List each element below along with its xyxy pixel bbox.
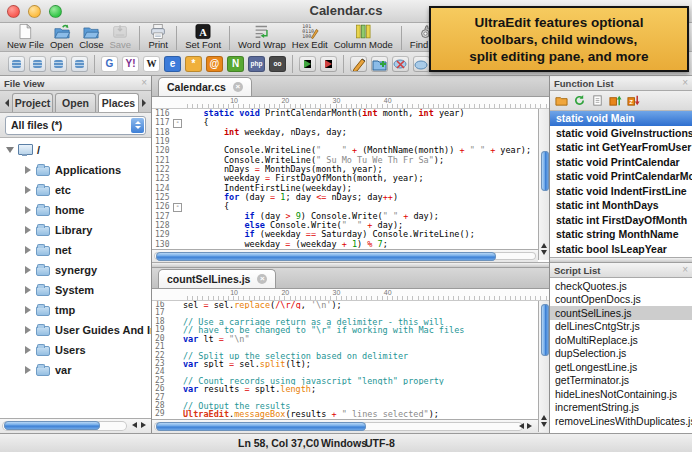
scrollbar-thumb[interactable] <box>541 151 549 191</box>
script-list-item[interactable]: incrementString.js <box>550 401 692 415</box>
script-list-item[interactable]: removeLinesWithDuplicates.js <box>550 414 692 428</box>
tree-item[interactable]: net <box>0 240 151 260</box>
copy-icon[interactable] <box>589 93 605 108</box>
script-list-item[interactable]: getLongestLine.js <box>550 360 692 374</box>
code-line[interactable]: 125 for (day = 1; day <= nDays; day++) <box>152 193 549 202</box>
code-line[interactable]: 28// Output the results <box>152 402 549 410</box>
code-line[interactable]: 129 if (weekday == Saturday) Console.Wri… <box>152 230 549 239</box>
open-button[interactable]: Open <box>50 23 73 51</box>
tree-item[interactable]: var <box>0 360 151 380</box>
scrollbar-thumb[interactable] <box>4 421 100 430</box>
function-list-item[interactable]: static int FirstDayOfMonth <box>550 213 692 228</box>
new-file-button[interactable]: New File <box>7 23 44 51</box>
netscape-icon[interactable]: N <box>227 56 244 72</box>
script-list-item[interactable]: checkQuotes.js <box>550 279 692 293</box>
function-list-item[interactable]: static string MonthName <box>550 227 692 242</box>
run-script-icon[interactable] <box>299 56 316 72</box>
template-tool-icon[interactable]: @ <box>206 56 223 72</box>
refresh-icon[interactable] <box>571 93 587 108</box>
disclosure-triangle-icon[interactable] <box>22 306 34 314</box>
code-line[interactable]: 123 weekday = FirstDayOfMonth(month, yea… <box>152 174 549 183</box>
sort-ascending-icon[interactable] <box>607 93 623 108</box>
tab-project[interactable]: Project <box>12 93 53 112</box>
close-icon[interactable]: × <box>141 78 147 88</box>
disclosure-triangle-icon[interactable] <box>22 206 34 214</box>
save-button[interactable]: Save <box>110 23 132 51</box>
code-line[interactable]: 20var lt = "\n" <box>152 335 549 343</box>
tree-item[interactable]: / <box>0 140 151 160</box>
scrollbar-thumb[interactable] <box>156 422 366 431</box>
upload-remote-icon[interactable] <box>413 56 430 72</box>
scroll-down-button[interactable] <box>539 421 549 431</box>
disclosure-triangle-icon[interactable] <box>22 346 34 354</box>
wikipedia-search-icon[interactable]: W <box>143 56 160 72</box>
tree-item[interactable]: Users <box>0 340 151 360</box>
disclosure-triangle-icon[interactable] <box>22 326 34 334</box>
tab-countsellines-js[interactable]: countSelLines.js × <box>158 269 276 288</box>
code-line[interactable]: 119 <box>152 137 549 146</box>
code-line[interactable]: 116 static void PrintCalendarMonth(int m… <box>152 109 549 118</box>
disclosure-triangle-icon[interactable] <box>22 286 34 294</box>
set-font-button[interactable]: ASet Font <box>185 23 221 51</box>
disclosure-triangle-icon[interactable] <box>22 186 34 194</box>
scroll-down-button[interactable] <box>539 249 549 259</box>
code-line[interactable]: 126- { <box>152 202 549 211</box>
scroll-up-button[interactable] <box>539 411 549 421</box>
function-list-item[interactable]: static void IndentFirstLine <box>550 184 692 199</box>
disclosure-triangle-icon[interactable] <box>22 366 34 374</box>
function-list-item[interactable]: static void Main <box>550 111 692 126</box>
code-line[interactable]: 118 int weekday, nDays, day; <box>152 128 549 137</box>
print-button[interactable]: Print <box>148 23 168 51</box>
editor-vertical-scrollbar[interactable] <box>538 301 549 432</box>
code-line[interactable]: 21 <box>152 343 549 351</box>
code-line[interactable]: 24 <box>152 368 549 376</box>
code-line[interactable]: 26var results = splt.length; <box>152 385 549 393</box>
code-line[interactable]: 120 Console.WriteLine(" " + (MonthName(m… <box>152 146 549 155</box>
close-button[interactable]: Close <box>79 23 103 51</box>
tab-scroll-right-icon[interactable] <box>140 93 150 112</box>
code-line[interactable]: 19// have to be changed to "\r" if worki… <box>152 326 549 334</box>
code-line[interactable]: 25// Count records using javascript "len… <box>152 377 549 385</box>
code-line[interactable]: 130 weekday = (weekday + 1) % 7; <box>152 240 549 249</box>
ftp-save-icon[interactable] <box>29 56 46 72</box>
sidebar-horizontal-scrollbar[interactable] <box>0 418 151 433</box>
script-list-item[interactable]: doMultiReplace.js <box>550 333 692 347</box>
tree-item[interactable]: User Guides And Information <box>0 320 151 340</box>
tab-places[interactable]: Places <box>98 93 139 112</box>
scroll-up-button[interactable] <box>539 239 549 249</box>
function-list-item[interactable]: static int GetYearFromUser <box>550 140 692 155</box>
close-icon[interactable]: × <box>682 265 688 275</box>
tab-scroll-left-icon[interactable] <box>1 93 11 112</box>
tree-item[interactable]: home <box>0 200 151 220</box>
tree-item[interactable]: synergy <box>0 260 151 280</box>
code-line[interactable]: 27 <box>152 394 549 402</box>
ftp-browse-icon[interactable] <box>50 56 67 72</box>
php-tool-icon[interactable]: php <box>248 56 265 72</box>
function-list-item[interactable]: static bool IsLeapYear <box>550 242 692 257</box>
code-line[interactable]: 124 IndentFirstLine(weekday); <box>152 184 549 193</box>
editor-vertical-scrollbar[interactable] <box>538 109 549 260</box>
group-icon[interactable] <box>553 93 569 108</box>
close-icon[interactable]: × <box>682 78 688 88</box>
browser-icon[interactable]: e <box>164 56 181 72</box>
hex-edit-button[interactable]: 1010110100Hex Edit <box>292 23 328 51</box>
code-line[interactable]: 121 Console.WriteLine(" Su Mo Tu We Th F… <box>152 156 549 165</box>
script-list-item[interactable]: countOpenDocs.js <box>550 293 692 307</box>
delete-remote-icon[interactable] <box>392 56 409 72</box>
editor-horizontal-scrollbar[interactable] <box>152 419 549 433</box>
editor-horizontal-scrollbar[interactable] <box>152 249 538 262</box>
stop-script-icon[interactable] <box>320 56 337 72</box>
script-list-item[interactable]: dupSelection.js <box>550 347 692 361</box>
tree-item[interactable]: Library <box>0 220 151 240</box>
tab-close-icon[interactable]: × <box>233 82 243 92</box>
function-list-item[interactable]: static void GiveInstructions <box>550 126 692 141</box>
disclosure-triangle-icon[interactable] <box>22 166 34 174</box>
sort-descending-icon[interactable]: Z <box>625 93 641 108</box>
google-search-icon[interactable]: G <box>101 56 118 72</box>
function-list-item[interactable]: static int MonthDays <box>550 198 692 213</box>
script-list-item[interactable]: hideLinesNotContaining.js <box>550 387 692 401</box>
disclosure-triangle-icon[interactable] <box>22 266 34 274</box>
word-wrap-button[interactable]: Word Wrap <box>238 23 286 51</box>
tree-item[interactable]: System <box>0 280 151 300</box>
yahoo-search-icon[interactable]: Y! <box>122 56 139 72</box>
